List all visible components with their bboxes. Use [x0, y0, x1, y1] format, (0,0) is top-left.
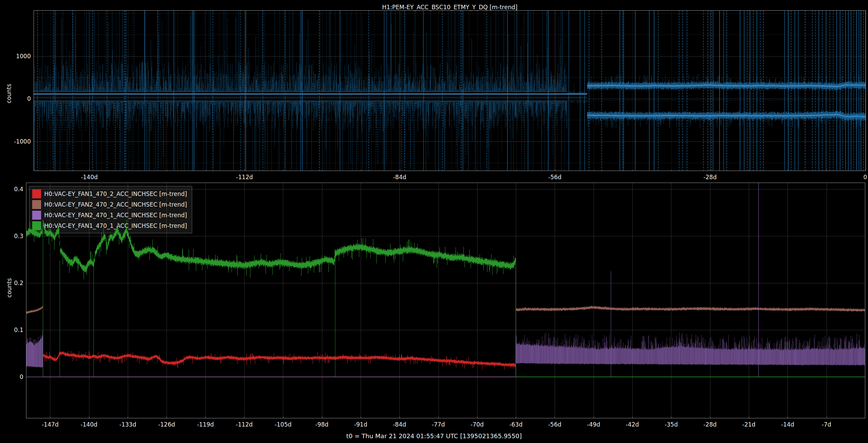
x-tick-label: -91d: [354, 421, 368, 428]
bottom-plot-canvas[interactable]: [26, 183, 865, 418]
x-tick-label: -28d: [704, 174, 717, 181]
x-tick-label: -56d: [548, 174, 562, 181]
x-tick-label: -42d: [626, 421, 639, 428]
y-tick-label: 0: [0, 373, 23, 380]
y-tick-label: 0.2: [0, 280, 23, 286]
x-tick-label: -98d: [315, 421, 328, 428]
x-tick-label: -126d: [158, 421, 175, 428]
x-tick-label: -35d: [665, 421, 678, 428]
x-tick-label: -147d: [42, 421, 59, 428]
page-title: H1:PEM-EY_ACC_BSC10_ETMY_Y_DQ [m-trend]: [34, 4, 866, 11]
y-tick-label: 0: [7, 95, 31, 102]
x-tick-label: -77d: [432, 421, 445, 428]
bottom-y-axis-label: counts: [6, 267, 13, 308]
x-tick-label: -49d: [587, 421, 600, 428]
x-tick-label: -14d: [781, 421, 794, 428]
x-tick-label: -140d: [80, 421, 97, 428]
x-tick-label: -56d: [548, 421, 561, 428]
t0-label: t0 = Thu Mar 21 2024 01:55:47 UTC [13950…: [0, 432, 868, 440]
x-tick-label: -70d: [471, 421, 484, 428]
x-tick-label: -140d: [81, 174, 98, 181]
x-tick-label: -84d: [393, 421, 406, 428]
x-tick-label: -28d: [703, 421, 717, 428]
x-tick-label: -119d: [197, 421, 214, 428]
x-tick-label: 0: [864, 174, 867, 181]
x-tick-label: -84d: [393, 174, 406, 181]
y-tick-label: 0.1: [0, 327, 23, 333]
x-tick-label: -112d: [236, 421, 252, 428]
x-tick-label: -112d: [236, 174, 253, 181]
y-tick-label: -1000: [7, 138, 31, 145]
top-y-axis-label: counts: [5, 73, 12, 114]
y-tick-label: 0.3: [0, 233, 23, 239]
x-tick-label: -7d: [822, 421, 831, 428]
y-tick-label: 1000: [7, 53, 31, 60]
x-tick-label: -63d: [509, 421, 523, 428]
y-tick-label: 0.4: [0, 186, 23, 193]
top-plot-canvas[interactable]: [34, 10, 866, 171]
x-tick-label: -21d: [742, 421, 756, 428]
x-tick-label: -133d: [119, 421, 136, 428]
ndscope-window: H1:PEM-EY_ACC_BSC10_ETMY_Y_DQ [m-trend] …: [0, 0, 868, 443]
x-tick-label: -105d: [275, 421, 292, 428]
